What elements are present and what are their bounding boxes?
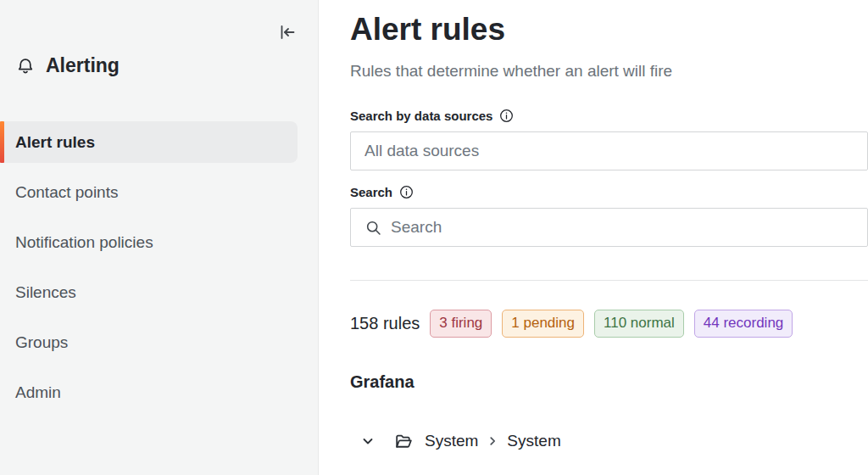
sidebar-item-label: Alert rules bbox=[15, 133, 95, 152]
sidebar-item-label: Notification policies bbox=[15, 233, 153, 252]
search-box bbox=[350, 208, 868, 247]
sidebar-menu: Alert rulesContact pointsNotification po… bbox=[0, 121, 318, 413]
datasource-filter-label-row: Search by data sources bbox=[350, 109, 868, 123]
info-icon[interactable] bbox=[399, 185, 414, 199]
badge-normal: 110 normal bbox=[594, 310, 684, 338]
sidebar-item-label: Admin bbox=[15, 383, 61, 402]
datasource-filter-input[interactable] bbox=[364, 132, 867, 170]
search-icon bbox=[364, 219, 382, 237]
badge-pending: 1 pending bbox=[502, 310, 584, 338]
sidebar-item-label: Contact points bbox=[15, 183, 118, 202]
sidebar-item-silences[interactable]: Silences bbox=[0, 271, 298, 313]
badge-firing: 3 firing bbox=[430, 310, 492, 338]
alerting-page: Alerting Alert rulesContact pointsNotifi… bbox=[0, 0, 868, 475]
search-label: Search bbox=[350, 185, 392, 199]
status-badge-list: 3 firing1 pending110 normal44 recording bbox=[430, 310, 793, 338]
info-icon[interactable] bbox=[499, 109, 514, 123]
expand-group-button[interactable] bbox=[361, 434, 375, 448]
folder-open-icon bbox=[393, 431, 415, 452]
arrow-to-left-icon bbox=[277, 22, 298, 42]
bell-icon bbox=[15, 56, 36, 76]
collapse-sidebar-button[interactable] bbox=[275, 20, 299, 44]
sidebar-item-admin[interactable]: Admin bbox=[0, 372, 298, 413]
rules-stats-row: 158 rules 3 firing1 pending110 normal44 … bbox=[350, 310, 868, 338]
sidebar-header: Alerting bbox=[15, 54, 318, 77]
group-namespace: System bbox=[425, 432, 478, 450]
search-input[interactable] bbox=[391, 209, 867, 246]
sidebar-title: Alerting bbox=[46, 54, 120, 77]
group-name: System bbox=[507, 432, 560, 450]
page-subtitle: Rules that determine whether an alert wi… bbox=[350, 62, 868, 81]
divider bbox=[350, 280, 868, 281]
main-content: Alert rules Rules that determine whether… bbox=[319, 0, 868, 475]
sidebar-item-groups[interactable]: Groups bbox=[0, 321, 298, 363]
rule-group-row[interactable]: System System bbox=[350, 431, 868, 452]
datasource-filter-label: Search by data sources bbox=[350, 109, 492, 123]
sidebar-item-contact-points[interactable]: Contact points bbox=[0, 171, 298, 213]
search-label-row: Search bbox=[350, 185, 868, 199]
sidebar-item-alert-rules[interactable]: Alert rules bbox=[0, 121, 298, 163]
sidebar-item-notification-policies[interactable]: Notification policies bbox=[0, 221, 298, 263]
chevron-down-icon bbox=[361, 434, 375, 448]
badge-recording: 44 recording bbox=[694, 310, 793, 338]
section-title-grafana: Grafana bbox=[350, 372, 868, 392]
sidebar-item-label: Silences bbox=[15, 283, 76, 302]
sidebar-item-label: Groups bbox=[15, 333, 68, 352]
chevron-right-icon bbox=[487, 435, 498, 447]
page-title: Alert rules bbox=[350, 10, 868, 49]
datasource-filter-box bbox=[350, 131, 868, 170]
rules-total: 158 rules bbox=[350, 314, 420, 333]
active-item-accent-bar bbox=[0, 121, 4, 163]
sidebar: Alerting Alert rulesContact pointsNotifi… bbox=[0, 0, 319, 475]
